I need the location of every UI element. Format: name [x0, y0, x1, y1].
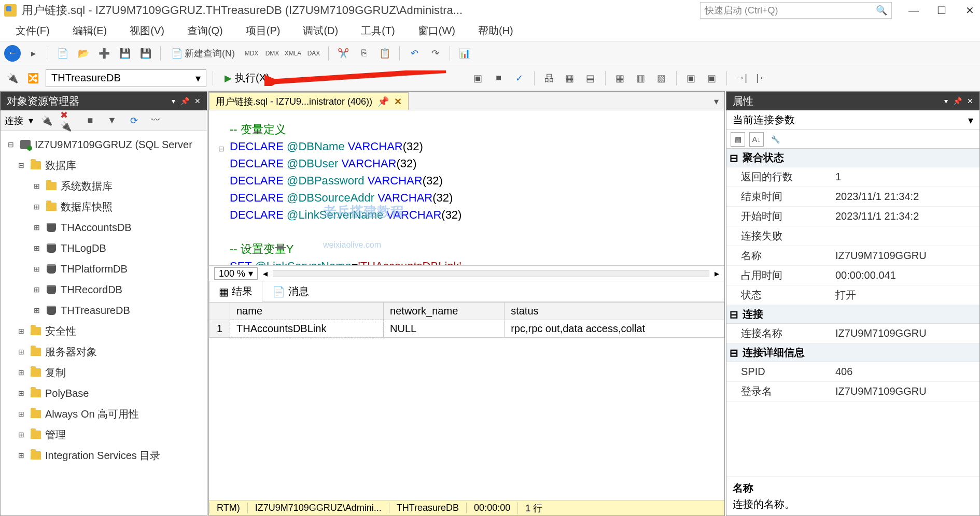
new-project-icon[interactable]: 📄: [54, 45, 71, 62]
tree-folder-node[interactable]: ⊞Integration Services 目录: [1, 445, 207, 466]
scroll-right-icon[interactable]: ▸: [715, 268, 719, 279]
indent-icon[interactable]: →|: [733, 70, 750, 87]
wrench-icon[interactable]: 🔧: [768, 132, 782, 147]
add-icon[interactable]: ➕: [96, 45, 113, 62]
properties-grid[interactable]: ⊟聚合状态 返回的行数1 结束时间2023/11/1 21:34:2 开始时间2…: [726, 149, 979, 477]
activity-icon[interactable]: 〰: [147, 112, 164, 129]
nav-back-button[interactable]: ←: [4, 45, 21, 62]
outdent-icon[interactable]: |←: [754, 70, 771, 87]
tree-folder-node[interactable]: ⊞服务器对象: [1, 341, 207, 362]
copy-icon[interactable]: ⎘: [356, 45, 372, 62]
pin-icon[interactable]: 📌: [180, 97, 189, 105]
debug-icon[interactable]: ▣: [470, 70, 486, 87]
grid-header[interactable]: name: [230, 303, 384, 320]
minimize-button[interactable]: —: [907, 4, 920, 17]
stop-icon[interactable]: ■: [491, 70, 507, 87]
menu-tools[interactable]: 工具(T): [349, 21, 407, 41]
properties-subtitle[interactable]: 当前连接参数 ▾: [726, 110, 979, 130]
tree-folder-node[interactable]: ⊞安全性: [1, 321, 207, 341]
close-icon[interactable]: ✕: [967, 97, 973, 105]
tree-db-node[interactable]: ⊞THRecordDB: [1, 279, 207, 300]
database-dropdown[interactable]: THTreasureDB ▾: [46, 69, 206, 87]
xmla-icon[interactable]: XMLA: [285, 45, 301, 62]
new-query-button[interactable]: 📄 新建查询(N): [167, 45, 239, 62]
object-tree[interactable]: ⊟IZ7U9M7109GGRUZ (SQL Server ⊟数据库 ⊞系统数据库…: [1, 131, 207, 515]
open-icon[interactable]: 📂: [75, 45, 92, 62]
menu-project[interactable]: 项目(P): [234, 21, 292, 41]
mdx-icon[interactable]: MDX: [243, 45, 260, 62]
dmx-icon[interactable]: DMX: [264, 45, 281, 62]
tree-db-node[interactable]: ⊞THPlatformDB: [1, 259, 207, 279]
nav-fwd-button[interactable]: ▸: [25, 45, 41, 62]
close-button[interactable]: ✕: [963, 4, 976, 17]
undo-icon[interactable]: ↶: [406, 45, 423, 62]
menu-help[interactable]: 帮助(H): [467, 21, 525, 41]
document-tab[interactable]: 用户链接.sql - IZ7U9...inistrator (406)) 📌 ✕: [209, 92, 409, 110]
sql-editor[interactable]: ⊟ -- 变量定义 DECLARE @DBName VARCHAR(32) DE…: [209, 110, 724, 266]
uncomment-icon[interactable]: ▣: [704, 70, 720, 87]
quick-launch-input[interactable]: 快速启动 (Ctrl+Q) 🔍: [700, 2, 892, 19]
zoom-dropdown[interactable]: 100 % ▾: [214, 267, 258, 280]
dax-icon[interactable]: DAX: [305, 45, 322, 62]
cut-icon[interactable]: ✂️: [335, 45, 352, 62]
tree-databases-node[interactable]: ⊟数据库: [1, 155, 207, 176]
filter-icon[interactable]: ▼: [104, 112, 120, 129]
refresh-icon[interactable]: ⟳: [125, 112, 142, 129]
tab-overflow-icon[interactable]: ▾: [708, 93, 724, 110]
tab-messages[interactable]: 📄消息: [262, 281, 319, 302]
horizontal-scrollbar[interactable]: [273, 270, 709, 277]
menu-file[interactable]: 文件(F): [4, 21, 61, 41]
options-icon[interactable]: ▦: [562, 70, 578, 87]
results-grid-icon[interactable]: ▦: [612, 70, 628, 87]
tree-folder-node[interactable]: ⊞复制: [1, 362, 207, 383]
results-grid[interactable]: name network_name status 1 THAccountsDBL…: [209, 302, 724, 500]
disconnect-icon[interactable]: ✖🔌: [60, 112, 77, 129]
grid-header[interactable]: network_name: [384, 303, 505, 320]
outline-collapse-icon[interactable]: ⊟: [218, 140, 225, 157]
change-conn-icon[interactable]: 🔀: [25, 70, 41, 87]
tree-sysdb-node[interactable]: ⊞系统数据库: [1, 176, 207, 196]
menu-window[interactable]: 窗口(W): [407, 21, 467, 41]
menu-query[interactable]: 查询(Q): [176, 21, 234, 41]
tab-results[interactable]: ▦结果: [209, 281, 262, 302]
categorize-icon[interactable]: ▤: [731, 132, 745, 147]
prop-group[interactable]: ⊟连接详细信息: [726, 343, 979, 362]
plan-icon[interactable]: 品: [541, 70, 557, 87]
tree-folder-node[interactable]: ⊞PolyBase: [1, 383, 207, 404]
dropdown-icon[interactable]: ▾: [172, 97, 175, 105]
grid-header[interactable]: status: [505, 303, 724, 320]
paste-icon[interactable]: 📋: [376, 45, 393, 62]
prop-group[interactable]: ⊟聚合状态: [726, 149, 979, 167]
execute-button[interactable]: ▶ 执行(X): [219, 69, 275, 87]
dropdown-icon[interactable]: ▾: [944, 97, 948, 105]
prop-group[interactable]: ⊟连接: [726, 305, 979, 324]
scroll-left-icon[interactable]: ◂: [263, 268, 268, 279]
pin-icon[interactable]: 📌: [377, 96, 389, 107]
comment-icon[interactable]: ▣: [683, 70, 699, 87]
connect-icon[interactable]: 🔌: [38, 112, 55, 129]
parse-icon[interactable]: ✓: [511, 70, 528, 87]
stop-icon[interactable]: ■: [82, 112, 99, 129]
menu-debug[interactable]: 调试(D): [291, 21, 349, 41]
maximize-button[interactable]: ☐: [935, 4, 948, 17]
stats-icon[interactable]: ▤: [582, 70, 599, 87]
tree-folder-node[interactable]: ⊞管理: [1, 424, 207, 445]
pin-icon[interactable]: 📌: [953, 97, 962, 105]
close-icon[interactable]: ✕: [194, 97, 201, 105]
redo-icon[interactable]: ↷: [427, 45, 443, 62]
menu-edit[interactable]: 编辑(E): [61, 21, 119, 41]
tree-snapshot-node[interactable]: ⊞数据库快照: [1, 196, 207, 217]
menu-view[interactable]: 视图(V): [118, 21, 176, 41]
grid-row[interactable]: 1 THAccountsDBLink NULL rpc,rpc out,data…: [209, 320, 724, 338]
tree-db-node[interactable]: ⊞THAccountsDB: [1, 217, 207, 238]
chart-icon[interactable]: 📊: [456, 45, 473, 62]
tree-db-node[interactable]: ⊞THTreasureDB: [1, 300, 207, 321]
tree-server-node[interactable]: ⊟IZ7U9M7109GGRUZ (SQL Server: [1, 134, 207, 155]
connection-icon[interactable]: 🔌: [4, 70, 21, 87]
tree-folder-node[interactable]: ⊞Always On 高可用性: [1, 404, 207, 424]
tree-db-node[interactable]: ⊞THLogDB: [1, 238, 207, 259]
connect-label[interactable]: 连接: [5, 114, 23, 127]
sort-az-icon[interactable]: A↓: [749, 132, 764, 147]
results-file-icon[interactable]: ▧: [653, 70, 670, 87]
save-all-icon[interactable]: 💾: [137, 45, 154, 62]
